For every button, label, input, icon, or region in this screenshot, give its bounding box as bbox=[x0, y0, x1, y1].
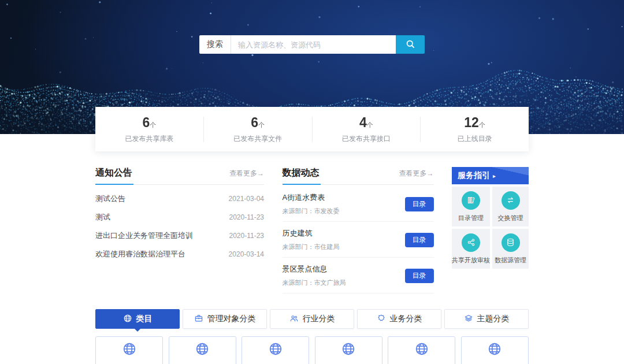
stat-label: 已发布共享文件 bbox=[204, 134, 312, 144]
stat-value: 12个 bbox=[421, 115, 529, 131]
search-label: 搜索 bbox=[199, 35, 231, 54]
data-updates-title: 数据动态 bbox=[283, 167, 320, 179]
catalog-button[interactable]: 目录 bbox=[405, 233, 434, 247]
search-bar: 搜索 bbox=[199, 35, 425, 54]
tab-management-object[interactable]: 管理对象分类 bbox=[183, 309, 267, 329]
list-item[interactable]: 测试公告 2021-03-04 bbox=[95, 190, 264, 208]
search-button[interactable] bbox=[396, 35, 425, 54]
list-item[interactable]: 欢迎使用睿治数据治理平台 2020-03-14 bbox=[95, 245, 264, 263]
tab-category[interactable]: 类目 bbox=[95, 309, 180, 329]
notice-date: 2021-03-04 bbox=[229, 195, 264, 203]
layers-icon bbox=[464, 314, 473, 325]
share-audit-icon bbox=[462, 233, 480, 252]
stat-label: 已发布共享接口 bbox=[313, 134, 421, 144]
stat-shared-files: 6个 已发布共享文件 bbox=[204, 115, 312, 144]
notice-date: 2020-11-23 bbox=[229, 232, 265, 240]
notices-header: 通知公告 查看更多→ bbox=[95, 167, 264, 185]
dept-card-zhujianju[interactable]: 市住建局 bbox=[169, 336, 236, 364]
dept-card-fagaiwei[interactable]: 市发改委 bbox=[95, 336, 163, 364]
list-item: 历史建筑 来源部门：市住建局 目录 bbox=[283, 222, 434, 258]
department-cards: 市发改委 市住建局 市文广旅局 市商务局 市政府外办 市工商联 bbox=[95, 336, 529, 364]
dept-card-wenguanglvju[interactable]: 市文广旅局 bbox=[242, 336, 309, 364]
search-input[interactable] bbox=[231, 35, 396, 54]
list-item: 景区景点信息 来源部门：市文广旅局 目录 bbox=[283, 258, 434, 294]
chevron-right-icon: ▸ bbox=[493, 173, 496, 179]
globe-icon bbox=[268, 341, 283, 359]
service-guide-banner[interactable]: 服务指引 ▸ bbox=[452, 167, 529, 184]
exchange-icon bbox=[502, 191, 520, 210]
data-source: 来源部门：市住建局 bbox=[283, 243, 340, 251]
data-source: 来源部门：市发改委 bbox=[283, 207, 340, 216]
stat-online-catalogs: 12个 已上线目录 bbox=[421, 115, 529, 144]
search-icon bbox=[405, 39, 415, 51]
stat-shared-tables: 6个 已发布共享库表 bbox=[95, 115, 203, 144]
notice-list: 测试公告 2021-03-04 测试 2020-11-23 进出口企业关务管理全… bbox=[95, 190, 264, 263]
data-update-list: A街道水费表 来源部门：市发改委 目录 历史建筑 来源部门：市住建局 目录 景区… bbox=[283, 186, 434, 294]
list-item[interactable]: 测试 2020-11-23 bbox=[95, 208, 264, 226]
tab-industry[interactable]: 行业分类 bbox=[270, 309, 354, 329]
stat-shared-apis: 4个 已发布共享接口 bbox=[313, 115, 421, 144]
stat-value: 6个 bbox=[204, 115, 312, 131]
globe-icon bbox=[487, 341, 502, 359]
service-datasource-management[interactable]: 数据源管理 bbox=[492, 229, 529, 269]
briefcase-icon bbox=[194, 314, 203, 325]
service-share-audit[interactable]: 共享开放审核 bbox=[452, 229, 490, 269]
globe-icon bbox=[122, 341, 137, 359]
service-exchange-management[interactable]: 交换管理 bbox=[492, 187, 529, 226]
notices-more-link[interactable]: 查看更多→ bbox=[229, 169, 264, 179]
datasource-icon bbox=[502, 233, 520, 252]
service-guide-section: 服务指引 ▸ 目录管理 交换管理 bbox=[452, 167, 529, 294]
category-tabs: 类目 管理对象分类 行业分类 业务分类 主题分类 bbox=[95, 309, 529, 329]
notice-date: 2020-11-23 bbox=[229, 213, 265, 221]
catalog-icon bbox=[462, 191, 480, 210]
data-updates-header: 数据动态 查看更多→ bbox=[283, 167, 434, 185]
dept-card-zhengfuwaiban[interactable]: 市政府外办 bbox=[388, 336, 455, 364]
stat-label: 已发布共享库表 bbox=[95, 134, 203, 144]
list-item: A街道水费表 来源部门：市发改委 目录 bbox=[283, 186, 434, 222]
notice-date: 2020-03-14 bbox=[229, 250, 264, 258]
globe-icon bbox=[341, 341, 356, 359]
globe-icon bbox=[414, 341, 429, 359]
stat-label: 已上线目录 bbox=[421, 134, 529, 144]
catalog-button[interactable]: 目录 bbox=[405, 269, 434, 283]
stats-card: 6个 已发布共享库表 6个 已发布共享文件 4个 已发布共享接口 12个 已上线… bbox=[95, 107, 529, 151]
data-updates-more-link[interactable]: 查看更多→ bbox=[399, 169, 434, 179]
tab-theme[interactable]: 主题分类 bbox=[444, 309, 529, 329]
stat-value: 6个 bbox=[95, 115, 203, 131]
stat-value: 4个 bbox=[313, 115, 421, 131]
badge-icon bbox=[377, 314, 386, 325]
data-updates-section: 数据动态 查看更多→ A街道水费表 来源部门：市发改委 目录 历史建筑 来源部门… bbox=[283, 167, 434, 294]
dept-card-shangwuju[interactable]: 市商务局 bbox=[315, 336, 382, 364]
globe-icon bbox=[123, 314, 132, 325]
service-guide-grid: 目录管理 交换管理 共享开放审核 bbox=[452, 187, 529, 269]
globe-icon bbox=[195, 341, 210, 359]
service-catalog-management[interactable]: 目录管理 bbox=[452, 187, 490, 226]
notices-title: 通知公告 bbox=[95, 167, 132, 179]
dept-card-gongshanglian[interactable]: 市工商联 bbox=[461, 336, 529, 364]
list-item[interactable]: 进出口企业关务管理全面培训 2020-11-23 bbox=[95, 226, 264, 245]
tab-business[interactable]: 业务分类 bbox=[357, 309, 441, 329]
notices-section: 通知公告 查看更多→ 测试公告 2021-03-04 测试 2020-11-23… bbox=[95, 167, 264, 294]
catalog-button[interactable]: 目录 bbox=[405, 197, 434, 211]
data-source: 来源部门：市文广旅局 bbox=[283, 278, 346, 287]
people-icon bbox=[289, 314, 299, 325]
